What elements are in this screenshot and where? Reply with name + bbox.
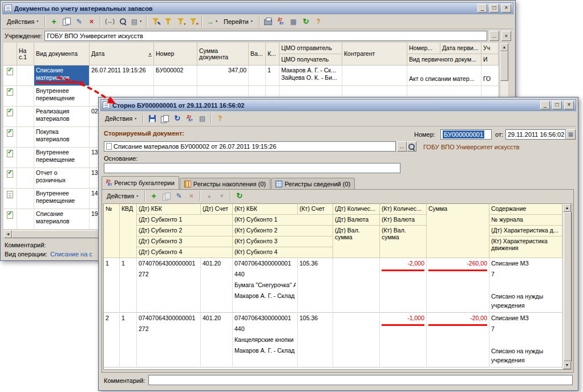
row-cell[interactable]: ✓ xyxy=(3,107,17,127)
cell-dt-kbk[interactable]: 07407064300000001272 xyxy=(137,258,201,313)
close-button[interactable]: × xyxy=(564,101,574,109)
delete-button[interactable]: × xyxy=(86,15,98,27)
reread-button[interactable]: ↻ xyxy=(171,113,183,125)
grid-header-dt-kbk[interactable]: (Дт) КБК xyxy=(137,204,201,215)
move-up-button[interactable]: ▲ xyxy=(203,190,215,202)
row-cell-doctype[interactable]: Списание материалов xyxy=(34,209,90,230)
col-header-na-s[interactable]: На с.1 xyxy=(17,43,34,66)
row-cell[interactable] xyxy=(249,66,266,86)
col-header-uch[interactable]: Уч xyxy=(481,43,499,54)
row-cell-doctype[interactable]: Покупка материалов xyxy=(34,127,90,148)
copy-button[interactable] xyxy=(160,190,172,202)
scroll-up-button[interactable]: ▲ xyxy=(563,204,571,212)
row-cell[interactable] xyxy=(17,189,34,209)
col-header-contragent[interactable]: Контрагент xyxy=(342,43,407,66)
grid-header-dt-currency[interactable]: (Дт) Валюта xyxy=(333,215,380,226)
tab-accounting-register[interactable]: ДтКтРегистр бухгалтерии xyxy=(102,176,179,189)
row-cell-doctype[interactable]: Списание материалов xyxy=(34,66,90,86)
dtkt-button[interactable]: ДтКт xyxy=(184,113,196,125)
edit-button[interactable]: ✎ xyxy=(73,15,85,27)
cell-content[interactable]: Списание МЗ7Списано на нужды учреждения xyxy=(489,313,562,368)
col-header-number[interactable]: Номер xyxy=(154,43,197,66)
row-cell[interactable]: ✓ xyxy=(3,86,17,107)
grid-header-kt-char[interactable]: (Кт) Характеристика движения xyxy=(489,236,562,258)
org-clear-button[interactable]: × xyxy=(501,31,511,41)
print-button[interactable] xyxy=(262,15,274,27)
col-header-date2[interactable]: Дата перви... xyxy=(440,43,481,54)
grid-header-dt-account[interactable]: (Дт) Счет xyxy=(201,204,233,215)
grid-header-dt-sub1[interactable]: (Дт) Субконто 1 xyxy=(137,215,233,226)
actions-button[interactable]: Действия▼ xyxy=(103,190,142,202)
row-cell[interactable]: ✓ xyxy=(3,127,17,148)
col-header-date[interactable]: Дата▲ xyxy=(90,43,154,66)
help-button[interactable]: ? xyxy=(214,113,226,125)
grid-header-kt-account[interactable]: (Кт) Счет xyxy=(298,204,333,215)
scroll-up-button[interactable]: ▲ xyxy=(500,43,508,51)
move-down-button[interactable]: ▼ xyxy=(216,190,228,202)
cell-kt-kbk[interactable]: 07407064300000001440Бумага "Снегурочка" … xyxy=(233,258,298,313)
row-cell[interactable] xyxy=(17,168,34,189)
cell-dt-account[interactable]: 401.20 xyxy=(201,313,233,368)
grid-header-content[interactable]: Содержание xyxy=(489,204,562,215)
cell-sum[interactable]: -260,00 xyxy=(427,258,489,313)
calendar-button[interactable]: ▦ xyxy=(566,129,576,140)
cell-dt-qty[interactable] xyxy=(333,258,380,313)
row-cell-sum[interactable]: 347,00 xyxy=(197,66,249,86)
number-field[interactable]: БУ000000001 xyxy=(440,129,492,140)
col-header-num2[interactable]: Номер... xyxy=(407,43,440,54)
cell-kt-account[interactable]: 105.36 xyxy=(298,313,333,368)
grid-header-kvd[interactable]: КВД xyxy=(120,204,137,258)
scroll-left-button[interactable]: ◄ xyxy=(4,230,12,238)
cell-kt-qty[interactable]: -1,000 xyxy=(380,313,427,368)
grid-header-journal[interactable]: № журнала xyxy=(489,215,562,226)
col-header-primary-doc[interactable]: Вид первичного докум... xyxy=(407,54,481,66)
filter-history-button[interactable]: ▼ xyxy=(175,15,187,27)
cell-dt-account[interactable]: 401.20 xyxy=(201,258,233,313)
goto-button[interactable]: Перейти▼ xyxy=(220,15,257,27)
row-cell-uch[interactable]: ГО xyxy=(481,66,499,86)
cell-num[interactable]: 1 xyxy=(104,258,120,313)
col-header-icon[interactable] xyxy=(3,43,17,66)
row-cell-doctype[interactable]: Реализация материалов xyxy=(34,107,90,127)
col-header-sum[interactable]: Сумма документа xyxy=(197,43,249,66)
row-cell-doctype[interactable]: Внутреннее перемещение xyxy=(34,189,90,209)
grid-header-kt-sub4[interactable]: (Кт) Субконто 4 xyxy=(233,247,333,258)
col-header-cmo-to[interactable]: ЦМО получатель xyxy=(280,54,342,66)
grid-header-num[interactable]: № xyxy=(104,204,120,258)
row-cell[interactable] xyxy=(3,189,17,209)
storno-open-button[interactable] xyxy=(407,141,416,152)
close-button[interactable]: × xyxy=(501,4,511,13)
row-cell[interactable] xyxy=(17,209,34,230)
cell-kt-account[interactable]: 105.36 xyxy=(298,258,333,313)
grid-header-kt-kbk[interactable]: (Кт) КБК xyxy=(233,204,298,215)
grid-header-dt-sub3[interactable]: (Дт) Субконто 3 xyxy=(137,236,233,247)
search-button[interactable] xyxy=(117,15,129,27)
edit-button[interactable]: ✎ xyxy=(173,190,185,202)
row-cell-k[interactable]: 1 xyxy=(266,66,280,86)
add-button[interactable]: + xyxy=(48,15,60,27)
grid-header-kt-val-sum[interactable]: (Кт) Вал. сумма xyxy=(380,226,427,258)
report-button[interactable]: ▦ xyxy=(288,15,299,27)
row-cell[interactable]: ✓ xyxy=(3,168,17,189)
maximize-button[interactable]: □ xyxy=(552,101,562,109)
col-header-k[interactable]: К... xyxy=(266,43,280,66)
save-button[interactable] xyxy=(146,113,158,125)
copy-button[interactable] xyxy=(60,15,72,27)
scrollbar-thumb[interactable] xyxy=(500,51,508,81)
basis-field[interactable] xyxy=(104,163,400,173)
row-cell-primary[interactable]: Акт о списании матер... xyxy=(407,66,481,86)
cell-sum[interactable]: -20,00 xyxy=(427,313,489,368)
grid-header-kt-qty[interactable]: (Кт) Количес... xyxy=(380,204,427,215)
tab-information-registers[interactable]: Регистры сведений (0) xyxy=(271,178,355,189)
row-cell[interactable] xyxy=(17,86,34,107)
row-cell[interactable] xyxy=(17,127,34,148)
storno-doc-field[interactable]: Списание материалов БУ000002 от 26.07.20… xyxy=(104,141,396,152)
storno-choose-button[interactable]: ... xyxy=(397,141,407,152)
refresh-button[interactable]: ↻ xyxy=(233,190,245,202)
actions-button[interactable]: Действия▼ xyxy=(3,15,42,27)
add-button[interactable]: + xyxy=(148,190,160,202)
dtkt-button[interactable]: ДтКт xyxy=(275,15,287,27)
cell-kt-qty[interactable]: -2,000 xyxy=(380,258,427,313)
row-cell-doctype[interactable]: Отчет о розничных xyxy=(34,168,90,189)
grid-header-kt-sub1[interactable]: (Кт) Субконто 1 xyxy=(233,215,333,226)
